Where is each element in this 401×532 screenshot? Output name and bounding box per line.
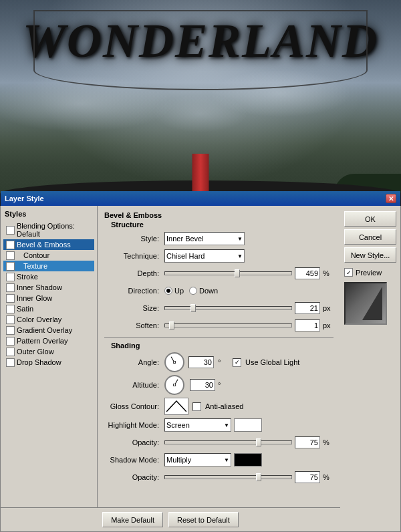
color-overlay-label: Color Overlay xyxy=(17,315,61,323)
gloss-contour-preview[interactable] xyxy=(164,398,188,415)
style-label: Style: xyxy=(104,235,164,243)
bevel-label: Bevel & Emboss xyxy=(17,241,71,249)
direction-down-option[interactable]: Down xyxy=(189,287,218,295)
gloss-contour-label: Gloss Contour: xyxy=(104,402,164,410)
use-global-light-label: Use Global Light xyxy=(245,358,299,366)
sidebar-item-inner-shadow[interactable]: Inner Shadow xyxy=(3,282,94,293)
sidebar-item-texture[interactable]: Texture xyxy=(3,261,94,271)
shadow-opacity-input[interactable] xyxy=(295,471,320,483)
technique-select[interactable]: Chisel Hard ▼ xyxy=(164,249,245,263)
anti-aliased-checkbox[interactable] xyxy=(192,402,201,411)
depth-slider[interactable] xyxy=(164,271,292,275)
highlight-mode-select[interactable]: Screen ▼ xyxy=(164,418,231,432)
depth-slider-thumb[interactable] xyxy=(235,269,240,277)
gloss-contour-control: Anti-aliased xyxy=(164,398,333,415)
drop-shadow-checkbox[interactable] xyxy=(6,358,15,367)
altitude-input[interactable] xyxy=(190,379,215,391)
direction-down-label: Down xyxy=(199,287,218,295)
contour-checkbox[interactable] xyxy=(6,251,15,260)
soften-unit: px xyxy=(323,321,333,329)
highlight-opacity-control: % xyxy=(164,436,333,448)
outer-glow-checkbox[interactable] xyxy=(6,348,15,356)
outer-glow-label: Outer Glow xyxy=(17,348,54,356)
altitude-label: Altitude: xyxy=(104,381,164,389)
inner-shadow-label: Inner Shadow xyxy=(17,283,62,291)
right-buttons-panel: OK Cancel New Style... Preview xyxy=(340,206,400,531)
gradient-overlay-checkbox[interactable] xyxy=(6,326,15,335)
soften-input[interactable] xyxy=(295,319,320,331)
direction-up-option[interactable]: Up xyxy=(164,287,184,295)
highlight-opacity-label: Opacity: xyxy=(104,438,164,446)
ok-button[interactable]: OK xyxy=(344,211,396,227)
dialog-title-bar: Layer Style ✕ xyxy=(1,191,400,206)
shadow-mode-select[interactable]: Multiply ▼ xyxy=(164,453,231,467)
altitude-center-dot xyxy=(173,384,176,386)
size-row: Size: px xyxy=(104,301,333,315)
size-slider[interactable] xyxy=(164,306,292,310)
style-select[interactable]: Inner Bevel ▼ xyxy=(164,232,245,245)
preview-checkbox[interactable] xyxy=(344,268,353,277)
inner-glow-checkbox[interactable] xyxy=(6,294,15,303)
altitude-dial[interactable] xyxy=(164,375,184,395)
highlight-color-swatch[interactable] xyxy=(234,418,262,432)
make-default-button[interactable]: Make Default xyxy=(102,512,163,527)
highlight-opacity-thumb[interactable] xyxy=(256,438,261,446)
soften-slider[interactable] xyxy=(164,323,292,327)
sidebar-item-blending[interactable]: Blending Options: Default xyxy=(3,221,94,239)
canvas-preview: WONDERLAND xyxy=(0,0,401,207)
sidebar-item-gradient-overlay[interactable]: Gradient Overlay xyxy=(3,325,94,336)
soften-slider-thumb[interactable] xyxy=(169,321,174,329)
direction-up-radio[interactable] xyxy=(164,287,172,295)
close-button[interactable]: ✕ xyxy=(386,194,396,203)
bevel-checkbox[interactable] xyxy=(6,241,15,249)
direction-up-label: Up xyxy=(174,287,184,295)
dialog-title: Layer Style xyxy=(5,194,44,203)
depth-row: Depth: % xyxy=(104,266,333,281)
sidebar-item-bevel[interactable]: Bevel & Emboss xyxy=(3,239,94,250)
cancel-button[interactable]: Cancel xyxy=(344,229,396,245)
size-unit: px xyxy=(323,304,333,312)
shadow-color-swatch[interactable] xyxy=(234,453,262,467)
satin-checkbox[interactable] xyxy=(6,305,15,313)
texture-label: Texture xyxy=(23,262,47,270)
altitude-control: ° xyxy=(164,375,333,395)
main-panel: Bevel & Emboss Structure Style: Inner Be… xyxy=(98,206,340,531)
pattern-overlay-checkbox[interactable] xyxy=(6,337,15,346)
shadow-mode-label: Shadow Mode: xyxy=(104,456,164,464)
sidebar-item-color-overlay[interactable]: Color Overlay xyxy=(3,314,94,325)
sidebar-item-drop-shadow[interactable]: Drop Shadow xyxy=(3,357,94,368)
use-global-light-checkbox[interactable] xyxy=(233,358,241,367)
reset-to-default-button[interactable]: Reset to Default xyxy=(168,512,239,527)
size-input[interactable] xyxy=(295,302,320,314)
satin-label: Satin xyxy=(17,305,33,313)
highlight-opacity-unit: % xyxy=(323,438,333,446)
highlight-opacity-slider[interactable] xyxy=(164,440,292,444)
inner-shadow-checkbox[interactable] xyxy=(6,283,15,292)
shading-divider xyxy=(104,337,333,338)
depth-input[interactable] xyxy=(295,267,320,279)
blending-checkbox[interactable] xyxy=(6,226,15,235)
altitude-unit: ° xyxy=(218,381,229,389)
highlight-opacity-input[interactable] xyxy=(295,436,320,448)
bottom-buttons-bar: Make Default Reset to Default xyxy=(1,507,340,531)
sidebar-item-satin[interactable]: Satin xyxy=(3,303,94,314)
sidebar-item-inner-glow[interactable]: Inner Glow xyxy=(3,293,94,303)
sidebar-item-pattern-overlay[interactable]: Pattern Overlay xyxy=(3,336,94,346)
stroke-checkbox[interactable] xyxy=(6,273,15,281)
color-overlay-checkbox[interactable] xyxy=(6,315,15,324)
sidebar-item-stroke[interactable]: Stroke xyxy=(3,271,94,282)
new-style-button[interactable]: New Style... xyxy=(344,247,396,263)
size-slider-thumb[interactable] xyxy=(190,304,196,312)
dialog-content: Styles Blending Options: Default Bevel &… xyxy=(1,206,400,531)
sidebar-item-outer-glow[interactable]: Outer Glow xyxy=(3,346,94,357)
highlight-mode-arrow: ▼ xyxy=(224,422,229,428)
gloss-contour-row: Gloss Contour: Anti-aliased xyxy=(104,398,333,415)
angle-dial[interactable] xyxy=(164,352,184,372)
highlight-mode-row: Highlight Mode: Screen ▼ xyxy=(104,418,333,432)
sidebar-item-contour[interactable]: Contour xyxy=(3,250,94,261)
shadow-opacity-thumb[interactable] xyxy=(256,473,261,481)
shadow-opacity-slider[interactable] xyxy=(164,475,292,479)
angle-input[interactable] xyxy=(188,356,214,368)
direction-down-radio[interactable] xyxy=(189,287,197,295)
texture-checkbox[interactable] xyxy=(6,262,15,271)
